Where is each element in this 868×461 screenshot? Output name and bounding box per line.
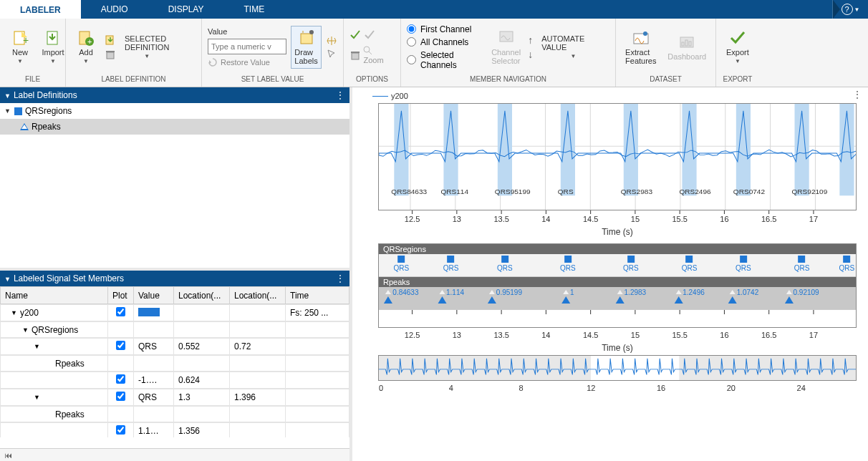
plot-menu[interactable]: ⋮ [852, 89, 862, 100]
svg-text:20: 20 [727, 384, 736, 392]
restore-value-button[interactable]: Restore Value [208, 57, 286, 67]
check-green-icon[interactable] [349, 29, 361, 41]
import-icon [44, 29, 62, 47]
rpeaks-marker-row[interactable]: 0.846331.1140.9519911.29831.24961.07420.… [379, 287, 856, 310]
square-icon [14, 107, 22, 115]
plot-checkbox[interactable] [116, 307, 125, 316]
selected-definition[interactable]: SELECTED DEFINITION▼ [120, 33, 173, 61]
delete-def-button[interactable] [105, 49, 116, 60]
col-name[interactable]: Name [1, 287, 108, 304]
table-row[interactable]: ▼ QRS 0.5520.72 [0, 338, 349, 355]
svg-text:QRS: QRS [558, 188, 574, 195]
svg-text:17: 17 [809, 331, 818, 339]
svg-text:4: 4 [449, 384, 453, 392]
svg-text:14: 14 [541, 331, 550, 339]
overview-plot[interactable]: 0 [378, 355, 857, 381]
col-locmin[interactable]: Location(... [174, 287, 230, 304]
zoom-button[interactable]: Zoom [363, 45, 395, 64]
svg-rect-41 [736, 104, 751, 195]
col-time[interactable]: Time [286, 287, 349, 304]
qrs-marker-row[interactable]: QRSQRSQRSQRSQRSQRSQRSQRSQRS [379, 254, 856, 277]
svg-rect-37 [498, 104, 512, 195]
svg-text:12.5: 12.5 [405, 215, 420, 223]
svg-text:16: 16 [657, 384, 665, 392]
group-options-label: OPTIONS [344, 75, 400, 87]
table-row[interactable]: -1…. 0.624 [0, 372, 349, 389]
cursor-icon[interactable] [326, 48, 337, 59]
col-value[interactable]: Value [134, 287, 174, 304]
import-button[interactable]: Import▼ [39, 28, 67, 66]
radio-all-channels[interactable]: All Channels [407, 37, 484, 47]
svg-text:+: + [87, 37, 92, 46]
svg-rect-22 [685, 40, 688, 46]
rpeaks-panel-label: Rpeaks [379, 277, 856, 287]
automate-value-button[interactable]: AUTOMATE VALUE▼ [537, 33, 609, 61]
table-row[interactable]: Rpeaks [0, 355, 349, 372]
svg-text:0: 0 [379, 384, 383, 392]
extract-features-button[interactable]: Extract Features [622, 28, 660, 67]
table-row[interactable]: ▼QRSregions [0, 321, 349, 338]
table-row[interactable]: ▼y200 Fs: 250 ... [0, 304, 349, 321]
svg-text:Time (s): Time (s) [602, 227, 633, 237]
plot-checkbox[interactable] [116, 341, 125, 350]
dashboard-icon [678, 34, 695, 51]
plot-checkbox[interactable] [116, 425, 125, 435]
plot-checkbox[interactable] [116, 392, 125, 401]
svg-rect-13 [352, 53, 359, 59]
svg-text:Time (s): Time (s) [602, 343, 633, 353]
label-defs-header: ▼Label Definitions ⋮ [0, 87, 349, 103]
tab-time[interactable]: TIME [224, 0, 285, 19]
svg-text:QRS2983: QRS2983 [621, 188, 653, 195]
table-row[interactable]: Rpeaks [0, 406, 349, 422]
new-button[interactable]: + New▼ [6, 28, 34, 66]
svg-text:14.5: 14.5 [583, 215, 598, 223]
import-def-icon [105, 34, 116, 46]
group-setvalue-label: SET LABEL VALUE [202, 75, 343, 87]
tree-item-rpeaks[interactable]: Rpeaks [0, 119, 349, 135]
radio-selected-channels[interactable]: Selected Channels [407, 50, 484, 70]
svg-rect-42 [795, 104, 809, 195]
tab-labeler[interactable]: LABELER [0, 0, 81, 19]
plot-checkbox[interactable] [116, 374, 125, 384]
svg-text:16.5: 16.5 [761, 215, 776, 223]
nav-first-button[interactable]: ⏮ [4, 451, 12, 460]
svg-text:QRS92109: QRS92109 [791, 188, 827, 195]
dashboard-button: Dashboard [665, 32, 710, 62]
value-input[interactable] [208, 39, 286, 54]
svg-text:15.5: 15.5 [672, 331, 687, 339]
svg-text:13.5: 13.5 [493, 215, 508, 223]
label-track-panel[interactable]: QRSregions QRSQRSQRSQRSQRSQRSQRSQRSQRS R… [378, 243, 857, 328]
help-icon: ? [842, 4, 853, 15]
export-button[interactable]: Export▼ [722, 28, 753, 66]
autofit-icon[interactable] [326, 35, 337, 47]
tab-audio[interactable]: AUDIO [81, 0, 148, 19]
svg-text:15.5: 15.5 [672, 215, 687, 223]
label-defs-menu[interactable]: ⋮ [336, 90, 345, 100]
import-def-button[interactable] [105, 34, 116, 46]
check-grey-icon[interactable] [364, 29, 375, 41]
nav-down-button[interactable]: ↓ [528, 49, 533, 60]
table-row[interactable]: ▼ QRS 1.31.396 [0, 389, 349, 406]
trash-option-icon[interactable] [349, 49, 360, 61]
track-axis: 12.51313.51414.51515.51616.517Time (s) [357, 328, 864, 354]
svg-text:16: 16 [720, 215, 728, 223]
col-locmax[interactable]: Location(... [230, 287, 286, 304]
restore-icon [208, 57, 218, 67]
draw-labels-button[interactable]: Draw Labels [291, 26, 322, 69]
table-row[interactable]: 1.1… 1.356 [0, 422, 349, 437]
add-button[interactable]: + Add▼ [72, 28, 100, 66]
svg-rect-38 [561, 104, 575, 195]
draw-labels-icon [298, 29, 315, 47]
help-button[interactable]: ? ▼ [832, 0, 868, 19]
svg-rect-39 [624, 104, 638, 195]
tab-display[interactable]: DISPLAY [148, 0, 224, 19]
tree-item-qrsregions[interactable]: ▼QRSregions [0, 103, 349, 119]
members-menu[interactable]: ⋮ [336, 273, 345, 283]
svg-text:13.5: 13.5 [493, 331, 508, 339]
nav-up-button[interactable]: ↑ [528, 34, 533, 46]
main-plot[interactable]: QRS84633QRS114QRS95199QRSQRS2983QRS2496Q… [378, 103, 857, 210]
radio-first-channel[interactable]: First Channel [407, 24, 484, 34]
svg-marker-10 [209, 60, 211, 64]
col-plot[interactable]: Plot [108, 287, 134, 304]
main-tabbar: LABELER AUDIO DISPLAY TIME ? ▼ [0, 0, 868, 19]
